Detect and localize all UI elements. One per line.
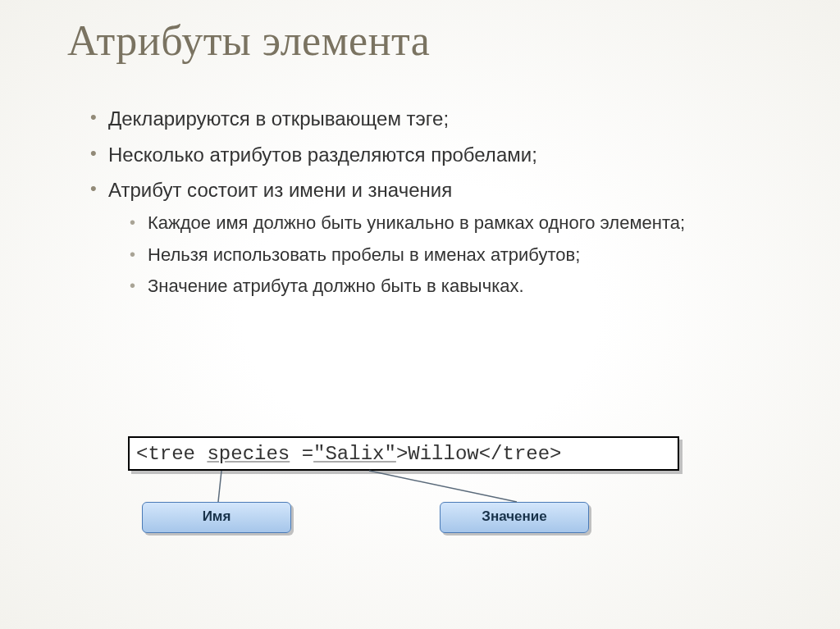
- slide: Атрибуты элемента Декларируются в открыв…: [0, 0, 840, 629]
- svg-line-0: [218, 471, 221, 502]
- svg-line-1: [369, 471, 517, 502]
- connectors: [0, 0, 840, 629]
